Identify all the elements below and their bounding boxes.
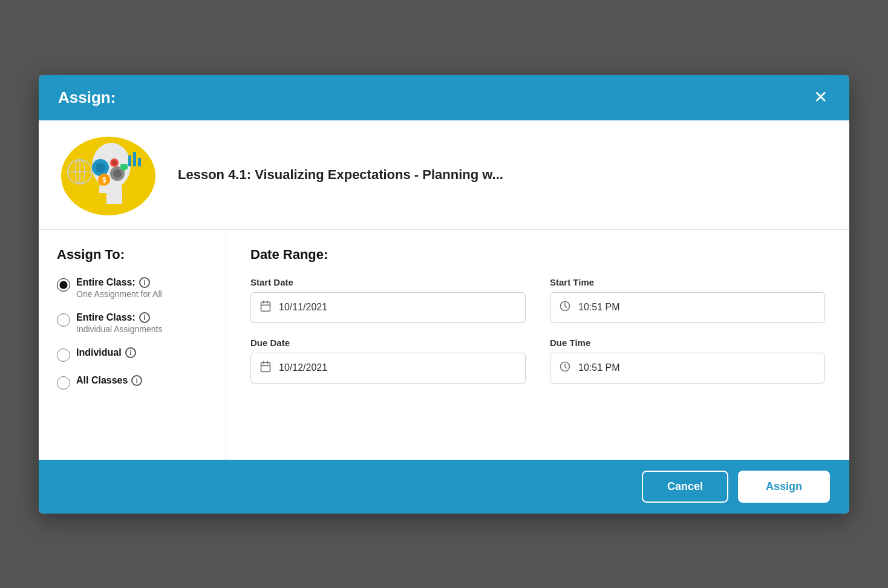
due-time-value: 10:51 PM (578, 362, 619, 373)
lesson-title-wrap: Lesson 4.1: Visualizing Expectations - P… (178, 167, 503, 183)
radio-all-classes-label: All Classes (76, 375, 128, 386)
radio-individual-label: Individual (76, 347, 122, 358)
date-range-heading: Date Range: (250, 247, 825, 263)
modal-header: Assign: ✕ (39, 75, 849, 120)
info-icon-individual: i (125, 347, 136, 358)
lesson-thumbnail: $ (57, 132, 160, 217)
due-date-field: Due Date 10/12/2021 (250, 338, 526, 384)
assign-to-panel: Assign To: Entire Class: i One Assignmen… (39, 230, 226, 460)
start-time-label: Start Time (550, 277, 825, 287)
svg-rect-19 (133, 152, 136, 166)
calendar-icon (260, 300, 272, 315)
radio-individual[interactable]: Individual i (57, 347, 207, 362)
clock-icon-start (559, 300, 571, 315)
date-range-panel: Date Range: Start Date (226, 230, 849, 460)
start-time-value: 10:51 PM (578, 302, 619, 313)
start-time-field: Start Time 10:51 PM (550, 277, 825, 323)
date-grid: Start Date 10/11/2021 (250, 277, 825, 384)
info-icon-entire-class-individual: i (139, 312, 150, 323)
svg-rect-20 (138, 158, 141, 166)
start-date-field: Start Date 10/11/2021 (250, 277, 526, 323)
due-time-field: Due Time 10:51 PM (550, 338, 825, 384)
radio-entire-class-one-input[interactable] (57, 278, 70, 292)
assign-to-options: Entire Class: i One Assignment for All E… (57, 277, 207, 390)
close-button[interactable]: ✕ (811, 89, 830, 106)
start-date-label: Start Date (250, 277, 526, 287)
start-date-input[interactable]: 10/11/2021 (250, 292, 526, 323)
svg-rect-21 (261, 302, 270, 311)
svg-rect-18 (128, 155, 131, 166)
due-date-label: Due Date (250, 338, 526, 348)
radio-entire-class-one[interactable]: Entire Class: i One Assignment for All (57, 277, 207, 299)
info-icon-entire-class-one: i (139, 277, 150, 288)
assign-modal: Assign: ✕ (39, 75, 849, 514)
modal-footer: Cancel Assign (39, 460, 849, 514)
modal-body: Assign To: Entire Class: i One Assignmen… (39, 230, 849, 460)
due-date-value: 10/12/2021 (279, 362, 327, 373)
radio-all-classes[interactable]: All Classes i (57, 375, 207, 390)
due-time-input[interactable]: 10:51 PM (550, 353, 825, 384)
lesson-title: Lesson 4.1: Visualizing Expectations - P… (178, 167, 503, 182)
start-date-value: 10/11/2021 (279, 302, 327, 313)
radio-entire-class-individual[interactable]: Entire Class: i Individual Assignments (57, 312, 207, 334)
start-time-input[interactable]: 10:51 PM (550, 292, 825, 323)
info-icon-all-classes: i (131, 375, 142, 386)
svg-point-8 (96, 163, 105, 172)
svg-rect-17 (93, 193, 106, 204)
lesson-banner: $ Lesson 4.1: Visualizing Expectation (39, 120, 849, 230)
modal-title: Assign: (58, 88, 116, 107)
assign-button[interactable]: Assign (738, 471, 830, 503)
svg-point-14 (112, 160, 117, 165)
due-time-label: Due Time (550, 338, 825, 348)
radio-entire-class-individual-label: Entire Class: (76, 312, 135, 323)
calendar-icon-due (260, 361, 272, 376)
radio-entire-class-individual-input[interactable] (57, 313, 70, 327)
assign-to-heading: Assign To: (57, 247, 207, 263)
radio-entire-class-one-sub: One Assignment for All (76, 289, 162, 299)
clock-icon-due (559, 361, 571, 376)
cancel-button[interactable]: Cancel (642, 471, 728, 503)
modal-overlay: Assign: ✕ (0, 0, 888, 588)
svg-text:$: $ (102, 176, 106, 185)
svg-point-10 (113, 169, 122, 178)
svg-rect-26 (261, 362, 270, 371)
radio-all-classes-input[interactable] (57, 376, 70, 390)
due-date-input[interactable]: 10/12/2021 (250, 353, 526, 384)
radio-individual-input[interactable] (57, 348, 70, 362)
radio-entire-class-one-label: Entire Class: (76, 277, 135, 288)
svg-rect-15 (120, 164, 128, 169)
radio-entire-class-individual-sub: Individual Assignments (76, 324, 162, 334)
